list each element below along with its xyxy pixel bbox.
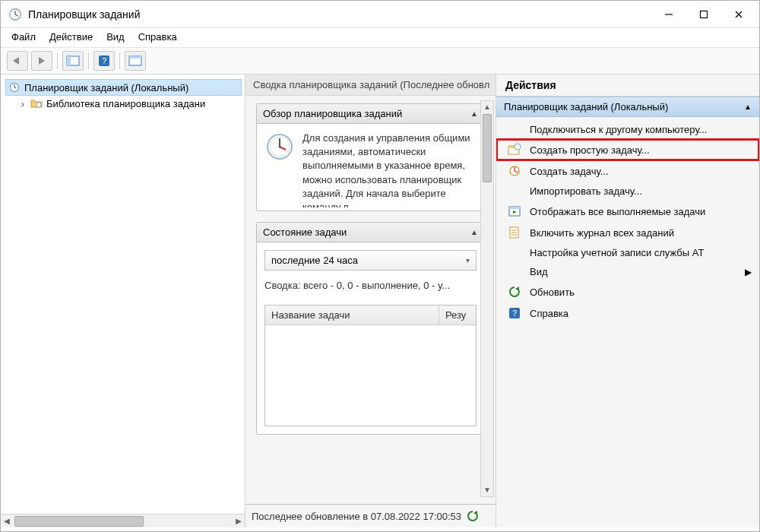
actions-context-label: Планировщик заданий (Локальный) xyxy=(504,101,668,112)
history-icon xyxy=(507,226,522,239)
back-button[interactable] xyxy=(7,51,28,71)
action-label: Обновить xyxy=(530,287,575,298)
last-update-bar: Последнее обновление в 07.08.2022 17:00:… xyxy=(245,504,496,527)
last-update-text: Последнее обновление в 07.08.2022 17:00:… xyxy=(252,511,461,522)
action-label: Справка xyxy=(530,308,568,319)
menu-help[interactable]: Справка xyxy=(138,31,177,43)
toolbar-separator xyxy=(88,52,89,69)
action-create-basic-task[interactable]: Создать простую задачу... xyxy=(496,139,759,160)
action-label: Вид xyxy=(530,266,548,277)
action-label: Отображать все выполняемые задачи xyxy=(530,206,705,217)
task-basic-icon xyxy=(507,143,522,157)
summary-pane: Сводка планировщика заданий (Последнее о… xyxy=(245,74,496,527)
period-dropdown[interactable]: последние 24 часа ▾ xyxy=(264,250,477,271)
action-help[interactable]: ? Справка xyxy=(496,302,759,324)
properties-button[interactable] xyxy=(125,51,146,71)
action-label: Создать задачу... xyxy=(530,166,609,177)
show-hide-tree-button[interactable] xyxy=(62,51,84,71)
status-panel: Состояние задачи ▲ последние 24 часа ▾ С… xyxy=(256,222,485,435)
action-label: Создать простую задачу... xyxy=(530,144,650,156)
scroll-right-icon[interactable]: ► xyxy=(233,515,245,527)
maximize-button[interactable] xyxy=(686,1,721,28)
task-icon xyxy=(507,164,522,178)
action-show-running-tasks[interactable]: Отображать все выполняемые задачи xyxy=(496,201,759,222)
forward-button[interactable] xyxy=(31,51,52,71)
table-header-row: Название задачи Резу xyxy=(265,306,476,325)
scroll-down-icon[interactable]: ▼ xyxy=(481,484,493,496)
svg-marker-36 xyxy=(515,287,519,291)
help-icon: ? xyxy=(507,306,522,320)
svg-rect-30 xyxy=(509,207,520,209)
toolbar-separator xyxy=(119,52,120,69)
window-title: Планировщик заданий xyxy=(28,8,651,21)
collapse-icon: ▲ xyxy=(470,228,478,236)
overview-panel: Обзор планировщика заданий ▲ Для создани… xyxy=(256,103,485,211)
menu-view[interactable]: Вид xyxy=(106,31,125,43)
svg-rect-10 xyxy=(67,56,71,65)
tree-root[interactable]: Планировщик заданий (Локальный) xyxy=(5,79,242,96)
status-table: Название задачи Резу xyxy=(264,305,477,426)
tree-root-label: Планировщик заданий (Локальный) xyxy=(24,82,188,93)
app-clock-icon xyxy=(8,8,22,21)
collapse-icon: ▲ xyxy=(470,109,478,118)
action-refresh[interactable]: Обновить xyxy=(496,281,759,302)
collapse-icon: ▲ xyxy=(744,103,752,111)
tree-library[interactable]: › Библиотека планировщика задани xyxy=(5,96,242,111)
svg-marker-8 xyxy=(39,57,45,65)
vertical-scrollbar[interactable]: ▲ ▼ xyxy=(480,100,494,497)
action-connect-computer[interactable]: Подключиться к другому компьютеру... xyxy=(496,120,759,139)
status-panel-header[interactable]: Состояние задачи ▲ xyxy=(257,223,484,242)
window-controls xyxy=(651,1,756,28)
actions-list: Подключиться к другому компьютеру... Соз… xyxy=(496,117,759,327)
toolbar: ? xyxy=(1,48,759,74)
help-button[interactable]: ? xyxy=(93,51,115,71)
status-summary: Сводка: всего - 0, 0 - выполнение, 0 - у… xyxy=(264,280,477,291)
summary-body: Обзор планировщика заданий ▲ Для создани… xyxy=(245,96,496,504)
overview-body: Для создания и управления общими задания… xyxy=(257,124,484,211)
menu-action[interactable]: Действие xyxy=(49,31,93,43)
actions-context-header[interactable]: Планировщик заданий (Локальный) ▲ xyxy=(496,97,759,117)
svg-marker-7 xyxy=(13,57,19,65)
svg-rect-14 xyxy=(129,56,141,59)
scrollbar-thumb[interactable] xyxy=(483,114,492,182)
chevron-down-icon: ▾ xyxy=(466,256,470,264)
close-button[interactable] xyxy=(721,1,756,28)
svg-text:?: ? xyxy=(102,56,106,65)
refresh-icon xyxy=(507,285,522,299)
col-task-name[interactable]: Название задачи xyxy=(265,306,439,325)
chevron-right-icon[interactable]: › xyxy=(17,98,28,109)
col-result[interactable]: Резу xyxy=(439,306,476,325)
tree: Планировщик заданий (Локальный) › Библио… xyxy=(1,74,245,514)
action-view-submenu[interactable]: Вид ▶ xyxy=(496,262,759,281)
svg-text:?: ? xyxy=(512,309,517,318)
scroll-up-icon[interactable]: ▲ xyxy=(481,101,493,113)
clock-icon xyxy=(8,81,21,93)
actions-header: Действия xyxy=(496,74,759,97)
titlebar: Планировщик заданий xyxy=(1,1,759,28)
action-enable-history[interactable]: Включить журнал всех заданий xyxy=(496,222,759,243)
svg-point-27 xyxy=(515,144,521,150)
overview-title: Обзор планировщика заданий xyxy=(263,108,402,119)
svg-rect-4 xyxy=(701,11,708,17)
running-tasks-icon xyxy=(507,204,522,218)
minimize-button[interactable] xyxy=(651,1,686,28)
svg-point-18 xyxy=(36,103,41,107)
action-at-service-account[interactable]: Настройка учетной записи службы AT xyxy=(496,243,759,262)
action-label: Включить журнал всех заданий xyxy=(530,227,674,239)
large-clock-icon xyxy=(264,131,295,162)
actions-pane: Действия Планировщик заданий (Локальный)… xyxy=(496,74,759,527)
svg-point-23 xyxy=(279,146,281,148)
refresh-icon[interactable] xyxy=(466,509,480,523)
action-create-task[interactable]: Создать задачу... xyxy=(496,160,759,182)
status-body: последние 24 часа ▾ Сводка: всего - 0, 0… xyxy=(257,242,484,434)
period-value: последние 24 часа xyxy=(271,255,358,266)
horizontal-scrollbar[interactable]: ◄ ► xyxy=(1,514,245,527)
scroll-left-icon[interactable]: ◄ xyxy=(1,515,13,527)
action-label: Подключиться к другому компьютеру... xyxy=(530,124,707,135)
toolbar-separator xyxy=(57,52,58,69)
scrollbar-thumb[interactable] xyxy=(14,516,144,527)
status-title: Состояние задачи xyxy=(263,226,347,238)
menu-file[interactable]: Файл xyxy=(11,31,36,43)
overview-panel-header[interactable]: Обзор планировщика заданий ▲ xyxy=(257,104,484,124)
action-import-task[interactable]: Импортировать задачу... xyxy=(496,182,759,201)
